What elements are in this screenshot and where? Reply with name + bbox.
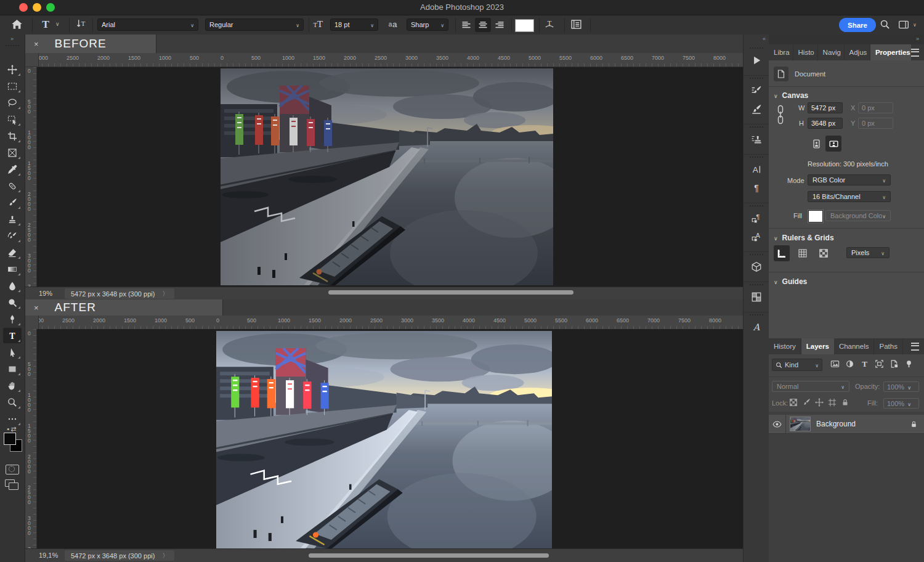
ruler-corner[interactable]	[25, 53, 39, 67]
panel-menu-icon[interactable]	[911, 338, 924, 354]
warp-text-icon[interactable]	[544, 18, 555, 30]
workspace-chevron-icon[interactable]: ∨	[913, 22, 917, 28]
text-orientation-icon[interactable]	[76, 18, 87, 30]
lock-all-icon[interactable]	[841, 398, 849, 407]
width-field[interactable]: 5472 px	[808, 102, 843, 113]
paragraph-styles-icon[interactable]	[744, 210, 769, 226]
horizontal-scrollbar[interactable]	[328, 290, 573, 295]
anti-alias-select[interactable]: Sharp	[407, 18, 448, 31]
type-tool-icon[interactable]	[39, 18, 52, 30]
type-tool[interactable]	[3, 328, 22, 343]
tab-adjus[interactable]: Adjus	[845, 44, 870, 60]
tool-preset-chevron-icon[interactable]: ∨	[55, 21, 60, 27]
layer-name[interactable]: Background	[816, 420, 856, 428]
type-filter-icon[interactable]	[860, 359, 869, 369]
rect-marquee-tool[interactable]	[3, 78, 22, 94]
history-brush-tool[interactable]	[3, 228, 22, 243]
rulers-grids-section-header[interactable]: ∨Rulers & Grids	[774, 234, 834, 242]
tab-paths[interactable]: Paths	[874, 338, 902, 354]
status-chevron-icon[interactable]: 〉	[162, 290, 168, 298]
brush-tool[interactable]	[3, 195, 22, 210]
zoom-level[interactable]: 19,1%	[39, 552, 58, 559]
default-swap-colors[interactable]: ▪⇄	[0, 423, 25, 431]
layer-row-background[interactable]: Background	[769, 415, 924, 434]
filter-toggle-icon[interactable]	[904, 359, 914, 369]
toggle-pixel-grid-button[interactable]	[816, 245, 832, 261]
pattern-icon[interactable]	[744, 289, 769, 305]
lock-transparent-icon[interactable]	[789, 398, 798, 407]
materials-icon[interactable]	[744, 259, 769, 275]
tab-libra[interactable]: Libra	[769, 44, 793, 60]
tab-histo[interactable]: Histo	[793, 44, 818, 60]
character-styles-icon[interactable]	[744, 229, 769, 245]
clonesrc-icon[interactable]	[744, 131, 769, 147]
move-tool[interactable]	[3, 62, 22, 77]
shape-filter-icon[interactable]	[875, 359, 884, 369]
rectangle-tool[interactable]	[3, 361, 22, 377]
layer-visibility-toggle[interactable]	[769, 415, 786, 433]
glyphs-icon[interactable]	[744, 319, 769, 335]
lock-position-icon[interactable]	[815, 398, 824, 407]
pen-tool[interactable]	[3, 311, 22, 327]
tab-layers[interactable]: Layers	[801, 338, 834, 354]
lock-paint-icon[interactable]	[802, 398, 811, 407]
lasso-tool[interactable]	[3, 95, 22, 110]
clone-stamp-tool[interactable]	[3, 211, 22, 227]
portrait-orientation-button[interactable]	[808, 136, 824, 152]
align-center-button[interactable]	[475, 18, 491, 32]
close-tab-icon[interactable]: ×	[34, 39, 39, 49]
toolbar-expand-icon[interactable]: »	[0, 36, 25, 42]
home-button[interactable]	[11, 18, 23, 30]
search-icon[interactable]	[880, 19, 890, 30]
tab-properties[interactable]: Properties	[870, 44, 911, 60]
tab-before[interactable]: × BEFORE	[25, 35, 156, 53]
workspace-icon[interactable]	[898, 19, 909, 30]
photo-before[interactable]	[221, 68, 553, 285]
frame-tool[interactable]	[3, 145, 22, 160]
share-button[interactable]: Share	[839, 18, 876, 32]
zoom-level[interactable]: 19%	[39, 290, 52, 297]
tab-navig[interactable]: Navig	[818, 44, 845, 60]
font-style-select[interactable]: Regular	[205, 18, 304, 31]
toggle-panels-icon[interactable]	[570, 18, 582, 30]
document-size-field[interactable]: 5472 px x 3648 px (300 ppi) 〉	[65, 550, 174, 561]
lock-artboard-icon[interactable]	[828, 398, 837, 407]
panel-menu-icon[interactable]	[911, 44, 924, 60]
link-dimensions-icon[interactable]	[776, 105, 785, 124]
eraser-tool[interactable]	[3, 245, 22, 260]
horizontal-scrollbar[interactable]	[309, 553, 549, 558]
toolbar-gripper[interactable]	[6, 45, 19, 46]
zoom-tool[interactable]	[3, 394, 22, 410]
canvas-section-header[interactable]: ∨Canvas	[774, 91, 808, 100]
height-field[interactable]: 3648 px	[808, 118, 843, 129]
dodge-tool[interactable]	[3, 295, 22, 310]
char-panel-icon[interactable]	[744, 161, 769, 177]
photo-after[interactable]	[216, 331, 552, 548]
align-right-button[interactable]	[492, 18, 508, 32]
screen-mode-button[interactable]	[0, 479, 25, 492]
ruler-units-select[interactable]: Pixels	[846, 247, 890, 258]
quick-mask-button[interactable]	[6, 465, 19, 474]
canvas-before[interactable]: 05 0 01 0 0 01 5 0 02 0 0 02 5 0 03 0 0 …	[25, 67, 743, 287]
hand-tool[interactable]	[3, 378, 22, 393]
gradient-tool[interactable]	[3, 261, 22, 277]
foreground-color-swatch[interactable]	[4, 433, 16, 445]
play-icon[interactable]	[744, 52, 769, 68]
object-selection-tool[interactable]	[3, 112, 22, 127]
layer-filter-select[interactable]: Kind	[772, 359, 822, 371]
bit-depth-select[interactable]: 16 Bits/Channel	[808, 191, 891, 202]
crop-tool[interactable]	[3, 128, 22, 144]
brushpanel-icon[interactable]	[744, 101, 769, 117]
document-size-field[interactable]: 5472 px x 3648 px (300 ppi) 〉	[65, 288, 174, 299]
status-chevron-icon[interactable]: 〉	[162, 552, 168, 560]
canvas-after[interactable]: 05 0 01 0 0 01 5 0 02 0 0 02 5 0 03 0 0 …	[25, 329, 743, 548]
smart-object-filter-icon[interactable]	[890, 359, 899, 369]
font-family-select[interactable]: Arial	[97, 18, 198, 31]
tab-channels[interactable]: Channels	[834, 338, 875, 354]
panels-collapse-icon[interactable]: »	[916, 36, 919, 42]
adjustment-filter-icon[interactable]	[845, 359, 854, 369]
color-mode-select[interactable]: RGB Color	[808, 174, 891, 185]
font-size-select[interactable]: 18 pt	[330, 18, 378, 31]
landscape-orientation-button[interactable]	[825, 136, 841, 152]
blur-tool[interactable]	[3, 278, 22, 293]
